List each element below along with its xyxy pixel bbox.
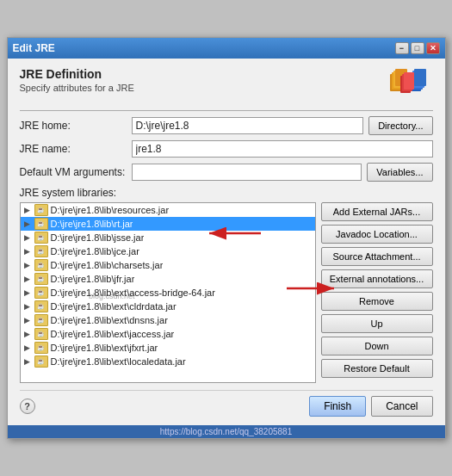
svg-rect-7	[414, 69, 426, 86]
bottom-left: ?	[20, 399, 305, 414]
list-item[interactable]: ▶☕D:\jre\jre1.8\lib\ext\cldrdata.jar	[21, 300, 315, 313]
list-item[interactable]: ▶☕D:\jre\jre1.8\lib\ext\jfxrt.jar	[21, 341, 315, 355]
jar-icon: ☕	[34, 259, 48, 271]
list-item[interactable]: ▶☕D:\jre\jre1.8\lib\jfr.jar	[21, 272, 315, 286]
list-item[interactable]: ▶☕D:\jre\jre1.8\lib\ext\access-bridge-64…	[21, 286, 315, 300]
expand-arrow-icon: ▶	[24, 247, 33, 256]
item-text: D:\jre\jre1.8\lib\ext\localedata.jar	[51, 356, 186, 367]
external-annotations-button[interactable]: External annotations...	[321, 269, 433, 288]
jar-icon: ☕	[34, 287, 48, 299]
expand-arrow-icon: ▶	[24, 302, 33, 311]
dialog-title: JRE Definition	[20, 67, 134, 81]
item-text: D:\jre\jre1.8\lib\ext\cldrdata.jar	[51, 301, 176, 312]
side-buttons: Add External JARs... Javadoc Location...…	[321, 202, 433, 383]
jar-icon: ☕	[34, 300, 48, 312]
item-text: D:\jre\jre1.8\lib\ext\jfxrt.jar	[51, 343, 158, 353]
directory-button[interactable]: Directory...	[368, 116, 432, 135]
list-item[interactable]: ▶☕D:\jre\jre1.8\lib\jsse.jar	[21, 231, 315, 244]
expand-arrow-icon: ▶	[24, 275, 33, 283]
list-item[interactable]: ▶☕D:\jre\jre1.8\lib\jce.jar	[21, 244, 315, 258]
libraries-label: JRE system libraries:	[20, 187, 433, 199]
item-text: D:\jre\jre1.8\lib\jce.jar	[51, 246, 139, 257]
item-text: D:\jre\jre1.8\lib\rt.jar	[51, 219, 133, 229]
svg-rect-10	[404, 72, 414, 90]
header-divider	[20, 110, 433, 111]
item-text: D:\jre\jre1.8\lib\jfr.jar	[51, 274, 135, 284]
jar-icon: ☕	[34, 245, 48, 257]
jar-icon: ☕	[34, 218, 48, 230]
add-external-jars-button[interactable]: Add External JARs...	[321, 202, 433, 221]
vm-args-label: Default VM arguments:	[20, 166, 132, 178]
book-icon	[388, 67, 430, 103]
item-text: D:\jre\jre1.8\lib\ext\dnsns.jar	[51, 315, 168, 325]
expand-arrow-icon: ▶	[24, 233, 33, 242]
expand-arrow-icon: ▶	[24, 316, 33, 325]
header-text: JRE Definition Specify attributes for a …	[20, 67, 134, 93]
jre-name-row: JRE name:	[20, 140, 433, 158]
expand-arrow-icon: ▶	[24, 330, 33, 338]
remove-button[interactable]: Remove	[321, 292, 433, 311]
source-attachment-button[interactable]: Source Attachment...	[321, 247, 433, 266]
jar-icon: ☕	[34, 314, 48, 326]
list-item[interactable]: ▶☕D:\jre\jre1.8\lib\ext\dnsns.jar	[21, 313, 315, 327]
item-text: D:\jre\jre1.8\lib\charsets.jar	[51, 260, 164, 270]
jre-name-label: JRE name:	[20, 143, 132, 155]
vm-args-row: Default VM arguments: Variables...	[20, 163, 433, 182]
maximize-button[interactable]: □	[411, 42, 424, 54]
cancel-button[interactable]: Cancel	[371, 396, 432, 417]
close-button[interactable]: ✕	[426, 42, 440, 54]
jar-icon: ☕	[34, 328, 48, 340]
vm-args-input[interactable]	[132, 164, 362, 181]
list-item[interactable]: ▶☕D:\jre\jre1.8\lib\ext\localedata.jar	[21, 355, 315, 368]
item-text: D:\jre\jre1.8\lib\jsse.jar	[51, 232, 145, 243]
header-section: JRE Definition Specify attributes for a …	[20, 67, 433, 103]
jar-icon: ☕	[34, 204, 48, 216]
jre-home-input[interactable]	[132, 117, 364, 134]
title-bar: Edit JRE − □ ✕	[8, 38, 445, 59]
expand-arrow-icon: ▶	[24, 357, 33, 366]
item-text: D:\jre\jre1.8\lib\ext\jaccess.jar	[51, 329, 175, 339]
jre-home-row: JRE home: Directory...	[20, 116, 433, 135]
javadoc-location-button[interactable]: Javadoc Location...	[321, 225, 433, 244]
list-item[interactable]: ▶☕D:\jre\jre1.8\lib\ext\jaccess.jar	[21, 327, 315, 341]
item-text: D:\jre\jre1.8\lib\resources.jar	[51, 205, 170, 215]
window-title: Edit JRE	[13, 42, 55, 54]
expand-arrow-icon: ▶	[24, 343, 33, 352]
jar-icon: ☕	[34, 232, 48, 244]
list-item[interactable]: ▶☕D:\jre\jre1.8\lib\charsets.jar	[21, 258, 315, 272]
up-button[interactable]: Up	[321, 314, 433, 333]
jre-name-input[interactable]	[132, 140, 433, 158]
expand-arrow-icon: ▶	[24, 288, 33, 297]
edit-jre-dialog: Edit JRE − □ ✕ JRE Definition Specify at…	[7, 37, 446, 439]
minimize-button[interactable]: −	[395, 42, 409, 54]
expand-arrow-icon: ▶	[24, 261, 33, 269]
window-controls: − □ ✕	[395, 42, 440, 54]
list-item[interactable]: ▶☕D:\jre\jre1.8\lib\resources.jar	[21, 203, 315, 217]
variables-button[interactable]: Variables...	[367, 163, 432, 182]
dialog-subtitle: Specify attributes for a JRE	[20, 83, 134, 93]
item-text: D:\jre\jre1.8\lib\ext\access-bridge-64.j…	[51, 287, 215, 298]
list-item[interactable]: ▶☕D:\jre\jre1.8\lib\rt.jar	[21, 217, 315, 231]
jar-icon: ☕	[34, 355, 48, 368]
dialog-content: JRE Definition Specify attributes for a …	[8, 59, 445, 425]
jar-icon: ☕	[34, 342, 48, 354]
jar-icon: ☕	[34, 273, 48, 285]
bottom-buttons: ? Finish Cancel	[20, 390, 433, 417]
jre-home-label: JRE home:	[20, 120, 132, 132]
library-list[interactable]: ▶☕D:\jre\jre1.8\lib\resources.jar▶☕D:\jr…	[20, 202, 316, 383]
finish-button[interactable]: Finish	[309, 396, 366, 417]
libraries-section: ▶☕D:\jre\jre1.8\lib\resources.jar▶☕D:\jr…	[20, 202, 433, 383]
help-button[interactable]: ?	[20, 399, 35, 414]
down-button[interactable]: Down	[321, 337, 433, 355]
restore-default-button[interactable]: Restore Default	[321, 359, 433, 378]
expand-arrow-icon: ▶	[24, 219, 33, 228]
url-bar: https://blog.csdn.net/qq_38205881	[8, 425, 445, 438]
expand-arrow-icon: ▶	[24, 206, 33, 214]
